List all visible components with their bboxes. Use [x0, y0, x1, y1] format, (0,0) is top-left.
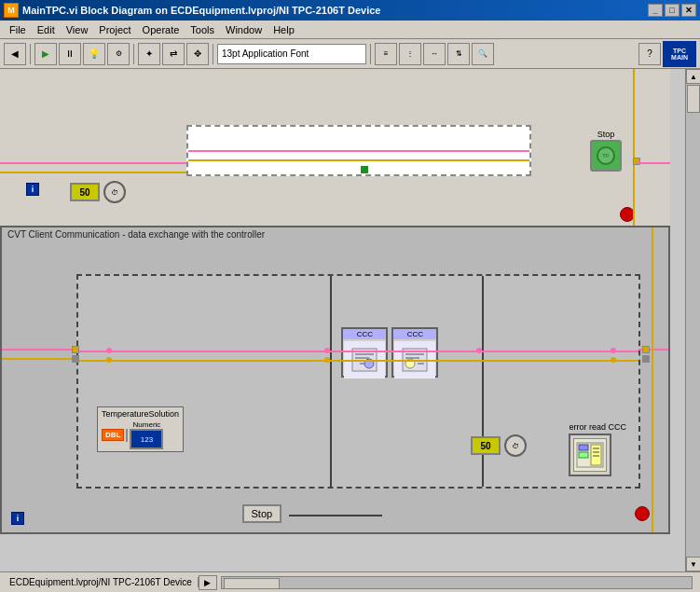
wire-pink-top2 — [638, 162, 670, 164]
scroll-up-button[interactable]: ▲ — [686, 69, 700, 84]
numeric-label: Numeric — [133, 420, 161, 429]
red-stop-bottom — [635, 506, 650, 521]
numeric-value-top: 50 — [70, 183, 100, 201]
order-button[interactable]: ⇅ — [447, 43, 470, 65]
dbl-box: DBL — [102, 429, 124, 441]
port-right-bottom — [642, 355, 650, 363]
wire-from-stop — [289, 515, 382, 516]
error-ccc-area: error read CCC — [569, 422, 626, 476]
stop-inner-top: TF — [597, 146, 615, 165]
clock-icon-inner: ⏱ — [504, 434, 527, 457]
temp-dbl-area: DBL Numeric 123 — [102, 420, 179, 449]
green-indicator — [361, 166, 368, 173]
tool1-button[interactable]: ✦ — [138, 43, 160, 65]
menu-operate[interactable]: Operate — [137, 24, 185, 35]
zoom-button[interactable]: 🔍 — [472, 43, 494, 65]
project-path: ECDEquipment.lvproj/NI TPC-2106T Device — [4, 577, 199, 587]
menu-project[interactable]: Project — [93, 24, 136, 35]
node-pink-3 — [476, 348, 482, 353]
toolbar-right: ? TPC MAIN — [638, 41, 696, 67]
tool2-button[interactable]: ⇄ — [162, 43, 185, 65]
divider-v1 — [330, 276, 332, 487]
scroll-down-button[interactable]: ▼ — [686, 557, 700, 571]
stop-label-bottom[interactable]: Stop — [242, 504, 282, 523]
toolbar: ◀ ▶ ⏸ 💡 ⚙ ✦ ⇄ ✥ 13pt Application Font ≡ … — [0, 39, 700, 69]
wire-pink-inner — [78, 351, 638, 352]
clock-icon-top: ⏱ — [103, 181, 126, 203]
red-circle-bottom — [635, 506, 650, 521]
window-controls: _ □ ✕ — [648, 4, 696, 17]
stop-icon-top[interactable]: TF — [590, 140, 622, 172]
close-button[interactable]: ✕ — [681, 4, 696, 17]
help-button[interactable]: ? — [638, 43, 661, 65]
main-area: i 50 ⏱ Stop TF — [0, 69, 700, 571]
nav-button[interactable]: ▶ — [199, 575, 217, 590]
menu-bar: File Edit View Project Operate Tools Win… — [0, 21, 700, 39]
ccc-icon-2: CCC — [391, 327, 438, 378]
wire-v-yellow-right — [633, 69, 635, 227]
stop-label-top: Stop — [590, 130, 622, 139]
error-ccc-inner — [573, 438, 607, 472]
minimize-button[interactable]: _ — [648, 4, 663, 17]
run-button[interactable]: ▶ — [34, 43, 57, 65]
pause-button[interactable]: ⏸ — [59, 43, 81, 65]
wire-h-yellow-top — [0, 172, 186, 173]
scroll-thumb[interactable] — [687, 85, 700, 113]
info-button-cvt[interactable]: i — [11, 512, 24, 525]
toolbar-separator-3 — [213, 44, 213, 64]
menu-view[interactable]: View — [61, 24, 94, 35]
menu-file[interactable]: File — [4, 24, 32, 35]
top-section: i 50 ⏱ Stop TF — [0, 69, 670, 227]
back-button[interactable]: ◀ — [4, 43, 26, 65]
wire-yellow-left-cvt — [2, 358, 78, 360]
toolbar-separator-2 — [133, 44, 134, 64]
node-yellow-3 — [611, 357, 616, 363]
info-button-top[interactable]: i — [26, 183, 39, 196]
cvt-section: CVT Client Communication - data exchange… — [0, 226, 670, 534]
node-yellow-1 — [106, 357, 112, 363]
error-ccc-icon — [569, 434, 611, 476]
app-icon: M — [4, 3, 19, 18]
canvas[interactable]: i 50 ⏱ Stop TF — [0, 69, 685, 571]
ccc-icon-1: CCC — [341, 327, 388, 378]
font-dropdown[interactable]: 13pt Application Font — [217, 44, 366, 64]
stop-button-bottom[interactable]: Stop — [242, 504, 282, 523]
svg-rect-12 — [579, 452, 588, 458]
wire-top-pink — [188, 150, 529, 152]
menu-edit[interactable]: Edit — [32, 24, 61, 35]
menu-tools[interactable]: Tools — [185, 24, 220, 35]
temp-solution-label: TemperatureSolution — [102, 409, 179, 419]
wire-top-yellow — [188, 159, 529, 161]
diagram-box-top — [186, 125, 531, 176]
port-right-top — [642, 346, 650, 353]
port-left-top — [72, 346, 79, 353]
h-scroll-thumb[interactable] — [224, 578, 280, 589]
temperature-solution: TemperatureSolution DBL Numeric 123 — [97, 406, 184, 452]
menu-window[interactable]: Window — [220, 24, 268, 35]
debug-button[interactable]: ⚙ — [107, 43, 130, 65]
menu-help[interactable]: Help — [268, 24, 300, 35]
wire-pink-left-cvt — [2, 349, 78, 351]
numeric-box: Numeric 123 — [130, 420, 163, 449]
resize-button[interactable]: ↔ — [423, 43, 446, 65]
toolbar-separator-4 — [370, 44, 371, 64]
wire-yellow-inner — [78, 360, 638, 362]
ccc-label-2: CCC — [393, 329, 436, 339]
window-title: MainTPC.vi Block Diagram on ECDEquipment… — [22, 5, 380, 16]
dist-button[interactable]: ⋮ — [399, 43, 421, 65]
align-button[interactable]: ≡ — [375, 43, 397, 65]
node-pink-1 — [106, 348, 112, 353]
title-bar: M MainTPC.vi Block Diagram on ECDEquipme… — [0, 0, 700, 21]
tool3-button[interactable]: ✥ — [186, 43, 209, 65]
maximize-button[interactable]: □ — [665, 4, 679, 17]
svg-rect-11 — [579, 445, 588, 450]
numeric-display: 123 — [130, 429, 163, 449]
stop-button-area-top: Stop TF — [590, 130, 622, 172]
lightbulb-button[interactable]: 💡 — [83, 43, 105, 65]
toolbar-separator-1 — [30, 44, 31, 64]
horizontal-scrollbar[interactable] — [221, 576, 693, 589]
vertical-scrollbar[interactable]: ▲ ▼ — [685, 69, 700, 571]
wire-yellow-right-cvt — [652, 227, 653, 532]
ccc-label-1: CCC — [343, 329, 386, 339]
inner-numeric: 50 — [471, 436, 501, 455]
